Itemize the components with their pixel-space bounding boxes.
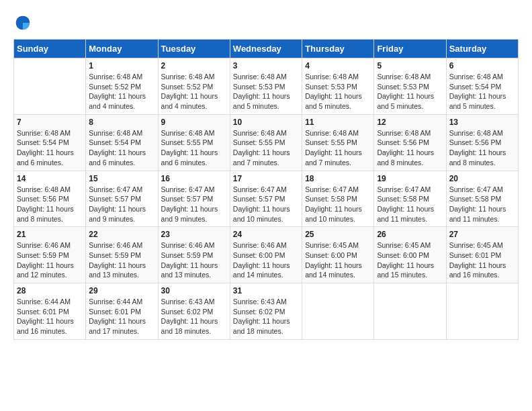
day-info: Sunrise: 6:43 AMSunset: 6:02 PMDaylight:… bbox=[233, 297, 299, 336]
day-number: 27 bbox=[449, 230, 515, 239]
day-header-sunday: Sunday bbox=[14, 40, 86, 58]
day-number: 5 bbox=[377, 61, 443, 71]
calendar-cell: 9Sunrise: 6:48 AMSunset: 5:55 PMDaylight… bbox=[158, 114, 230, 171]
calendar-cell: 4Sunrise: 6:48 AMSunset: 5:53 PMDaylight… bbox=[302, 58, 374, 115]
day-info: Sunrise: 6:46 AMSunset: 5:59 PMDaylight:… bbox=[161, 240, 227, 280]
day-number: 31 bbox=[233, 286, 299, 295]
day-info: Sunrise: 6:47 AMSunset: 5:58 PMDaylight:… bbox=[305, 185, 371, 224]
calendar-cell: 24Sunrise: 6:46 AMSunset: 6:00 PMDayligh… bbox=[230, 227, 302, 283]
day-number: 25 bbox=[305, 230, 371, 239]
day-number: 17 bbox=[233, 174, 299, 183]
day-number: 18 bbox=[305, 174, 371, 183]
day-header-monday: Monday bbox=[86, 40, 158, 58]
day-number: 11 bbox=[305, 118, 371, 127]
day-info: Sunrise: 6:46 AMSunset: 5:59 PMDaylight:… bbox=[17, 240, 83, 280]
day-number: 16 bbox=[161, 174, 227, 183]
calendar-cell: 8Sunrise: 6:48 AMSunset: 5:54 PMDaylight… bbox=[86, 114, 158, 171]
day-header-tuesday: Tuesday bbox=[158, 40, 230, 58]
day-info: Sunrise: 6:48 AMSunset: 5:55 PMDaylight:… bbox=[305, 128, 371, 168]
day-info: Sunrise: 6:44 AMSunset: 6:01 PMDaylight:… bbox=[89, 297, 154, 336]
day-info: Sunrise: 6:47 AMSunset: 5:57 PMDaylight:… bbox=[89, 185, 154, 224]
day-info: Sunrise: 6:48 AMSunset: 5:55 PMDaylight:… bbox=[233, 128, 299, 168]
day-number: 30 bbox=[161, 286, 227, 295]
day-info: Sunrise: 6:48 AMSunset: 5:56 PMDaylight:… bbox=[17, 185, 83, 224]
day-number: 1 bbox=[89, 61, 154, 71]
day-number: 13 bbox=[449, 118, 515, 127]
week-row-1: 1Sunrise: 6:48 AMSunset: 5:52 PMDaylight… bbox=[14, 58, 519, 115]
day-number: 7 bbox=[17, 118, 83, 127]
calendar-cell: 6Sunrise: 6:48 AMSunset: 5:54 PMDaylight… bbox=[446, 58, 518, 115]
calendar-cell: 16Sunrise: 6:47 AMSunset: 5:57 PMDayligh… bbox=[158, 171, 230, 227]
day-number: 14 bbox=[17, 174, 83, 183]
calendar-cell: 31Sunrise: 6:43 AMSunset: 6:02 PMDayligh… bbox=[230, 283, 302, 340]
calendar-cell: 13Sunrise: 6:48 AMSunset: 5:56 PMDayligh… bbox=[446, 114, 518, 171]
day-header-thursday: Thursday bbox=[302, 40, 374, 58]
calendar-cell: 12Sunrise: 6:48 AMSunset: 5:56 PMDayligh… bbox=[374, 114, 446, 171]
day-info: Sunrise: 6:48 AMSunset: 5:56 PMDaylight:… bbox=[377, 128, 443, 168]
day-info: Sunrise: 6:48 AMSunset: 5:56 PMDaylight:… bbox=[449, 128, 515, 168]
logo-icon bbox=[13, 13, 32, 32]
calendar-cell: 22Sunrise: 6:46 AMSunset: 5:59 PMDayligh… bbox=[86, 227, 158, 283]
day-number: 21 bbox=[17, 230, 83, 239]
calendar-table: SundayMondayTuesdayWednesdayThursdayFrid… bbox=[13, 39, 519, 340]
day-number: 24 bbox=[233, 230, 299, 239]
day-number: 29 bbox=[89, 286, 154, 295]
calendar-cell bbox=[14, 58, 86, 115]
day-info: Sunrise: 6:48 AMSunset: 5:53 PMDaylight:… bbox=[233, 72, 299, 111]
day-number: 10 bbox=[233, 118, 299, 127]
calendar-cell: 5Sunrise: 6:48 AMSunset: 5:53 PMDaylight… bbox=[374, 58, 446, 115]
day-info: Sunrise: 6:48 AMSunset: 5:52 PMDaylight:… bbox=[89, 72, 154, 111]
calendar-cell: 10Sunrise: 6:48 AMSunset: 5:55 PMDayligh… bbox=[230, 114, 302, 171]
calendar-cell: 19Sunrise: 6:47 AMSunset: 5:58 PMDayligh… bbox=[374, 171, 446, 227]
day-header-wednesday: Wednesday bbox=[230, 40, 302, 58]
day-number: 6 bbox=[449, 61, 515, 71]
days-header-row: SundayMondayTuesdayWednesdayThursdayFrid… bbox=[14, 40, 519, 58]
calendar-cell: 11Sunrise: 6:48 AMSunset: 5:55 PMDayligh… bbox=[302, 114, 374, 171]
calendar-cell: 17Sunrise: 6:47 AMSunset: 5:57 PMDayligh… bbox=[230, 171, 302, 227]
calendar-cell: 1Sunrise: 6:48 AMSunset: 5:52 PMDaylight… bbox=[86, 58, 158, 115]
day-number: 15 bbox=[89, 174, 154, 183]
calendar-cell: 21Sunrise: 6:46 AMSunset: 5:59 PMDayligh… bbox=[14, 227, 86, 283]
calendar-cell: 20Sunrise: 6:47 AMSunset: 5:58 PMDayligh… bbox=[446, 171, 518, 227]
day-header-friday: Friday bbox=[374, 40, 446, 58]
calendar-cell: 7Sunrise: 6:48 AMSunset: 5:54 PMDaylight… bbox=[14, 114, 86, 171]
day-info: Sunrise: 6:48 AMSunset: 5:53 PMDaylight:… bbox=[377, 72, 443, 111]
day-info: Sunrise: 6:45 AMSunset: 6:00 PMDaylight:… bbox=[377, 240, 443, 280]
calendar-cell: 30Sunrise: 6:43 AMSunset: 6:02 PMDayligh… bbox=[158, 283, 230, 340]
day-header-saturday: Saturday bbox=[446, 40, 518, 58]
day-number: 19 bbox=[377, 174, 443, 183]
calendar-cell: 23Sunrise: 6:46 AMSunset: 5:59 PMDayligh… bbox=[158, 227, 230, 283]
day-number: 22 bbox=[89, 230, 154, 239]
day-info: Sunrise: 6:47 AMSunset: 5:58 PMDaylight:… bbox=[449, 185, 515, 224]
day-number: 9 bbox=[161, 118, 227, 127]
calendar-cell: 3Sunrise: 6:48 AMSunset: 5:53 PMDaylight… bbox=[230, 58, 302, 115]
day-number: 23 bbox=[161, 230, 227, 239]
day-info: Sunrise: 6:43 AMSunset: 6:02 PMDaylight:… bbox=[161, 297, 227, 336]
day-info: Sunrise: 6:46 AMSunset: 5:59 PMDaylight:… bbox=[89, 240, 154, 280]
week-row-2: 7Sunrise: 6:48 AMSunset: 5:54 PMDaylight… bbox=[14, 114, 519, 171]
day-info: Sunrise: 6:48 AMSunset: 5:54 PMDaylight:… bbox=[17, 128, 83, 168]
day-info: Sunrise: 6:48 AMSunset: 5:55 PMDaylight:… bbox=[161, 128, 227, 168]
logo bbox=[13, 13, 35, 32]
calendar-cell: 2Sunrise: 6:48 AMSunset: 5:52 PMDaylight… bbox=[158, 58, 230, 115]
day-info: Sunrise: 6:45 AMSunset: 6:00 PMDaylight:… bbox=[305, 240, 371, 280]
day-info: Sunrise: 6:47 AMSunset: 5:58 PMDaylight:… bbox=[377, 185, 443, 224]
day-number: 12 bbox=[377, 118, 443, 127]
day-number: 28 bbox=[17, 286, 83, 295]
calendar-cell: 28Sunrise: 6:44 AMSunset: 6:01 PMDayligh… bbox=[14, 283, 86, 340]
week-row-3: 14Sunrise: 6:48 AMSunset: 5:56 PMDayligh… bbox=[14, 171, 519, 227]
day-info: Sunrise: 6:48 AMSunset: 5:54 PMDaylight:… bbox=[449, 72, 515, 111]
calendar-cell: 27Sunrise: 6:45 AMSunset: 6:01 PMDayligh… bbox=[446, 227, 518, 283]
week-row-4: 21Sunrise: 6:46 AMSunset: 5:59 PMDayligh… bbox=[14, 227, 519, 283]
day-info: Sunrise: 6:46 AMSunset: 6:00 PMDaylight:… bbox=[233, 240, 299, 280]
day-info: Sunrise: 6:48 AMSunset: 5:53 PMDaylight:… bbox=[305, 72, 371, 111]
day-number: 3 bbox=[233, 61, 299, 71]
day-info: Sunrise: 6:44 AMSunset: 6:01 PMDaylight:… bbox=[17, 297, 83, 336]
day-number: 20 bbox=[449, 174, 515, 183]
day-info: Sunrise: 6:45 AMSunset: 6:01 PMDaylight:… bbox=[449, 240, 515, 280]
day-number: 8 bbox=[89, 118, 154, 127]
calendar-cell: 29Sunrise: 6:44 AMSunset: 6:01 PMDayligh… bbox=[86, 283, 158, 340]
day-number: 4 bbox=[305, 61, 371, 71]
day-info: Sunrise: 6:47 AMSunset: 5:57 PMDaylight:… bbox=[161, 185, 227, 224]
calendar-cell: 15Sunrise: 6:47 AMSunset: 5:57 PMDayligh… bbox=[86, 171, 158, 227]
